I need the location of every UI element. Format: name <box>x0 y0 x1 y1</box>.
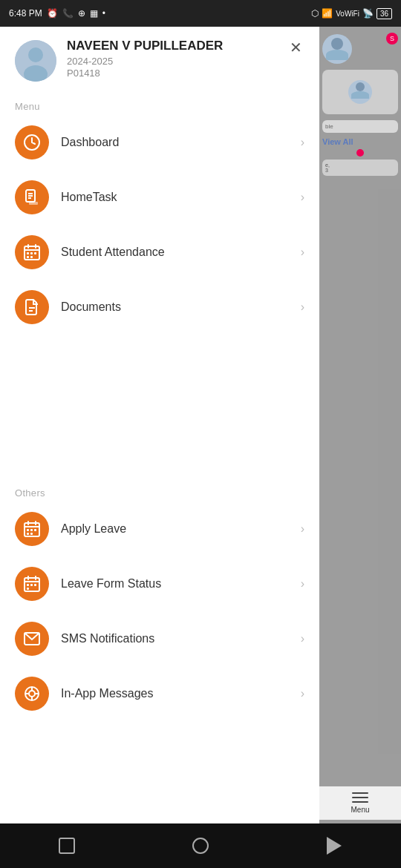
svg-point-39 <box>29 691 35 697</box>
user-year: 2024-2025 <box>67 56 304 67</box>
chat-icon <box>23 685 41 703</box>
hometask-label: HomeTask <box>61 191 298 204</box>
svg-rect-33 <box>27 584 29 586</box>
dashboard-label: Dashboard <box>61 136 298 149</box>
media-icon: ▦ <box>90 8 98 19</box>
bottom-nav <box>0 823 401 868</box>
svg-rect-36 <box>27 588 29 590</box>
wifi-icon: 📡 <box>362 8 374 19</box>
alarm-icon: ⏰ <box>47 8 58 19</box>
documents-icon-circle <box>15 290 49 324</box>
chevron-right-icon: › <box>301 300 304 314</box>
leave-form-icon-circle <box>15 567 49 601</box>
in-app-messages-label: In-App Messages <box>61 687 298 700</box>
chevron-right-icon: › <box>301 522 304 536</box>
bg-menu-label: Menu <box>351 806 369 814</box>
svg-rect-16 <box>27 256 29 258</box>
svg-rect-26 <box>34 529 36 531</box>
triangle-icon <box>327 837 342 855</box>
chevron-right-icon: › <box>301 246 304 259</box>
sms-notifications-label: SMS Notifications <box>61 632 298 645</box>
svg-rect-15 <box>34 252 36 254</box>
chevron-right-icon: › <box>301 687 304 700</box>
svg-rect-5 <box>29 202 38 205</box>
bg-menu-bar: Menu <box>319 786 401 820</box>
circle-icon <box>192 838 209 854</box>
svg-rect-28 <box>30 533 33 535</box>
menu-list: Dashboard › HomeTask › <box>0 115 319 481</box>
chat-icon-circle <box>15 677 49 711</box>
recent-apps-button[interactable] <box>56 835 78 857</box>
user-info: NAVEEN V PUPILLEADER 2024-2025 P01418 <box>67 39 304 79</box>
sms-icon-circle <box>15 622 49 656</box>
svg-rect-14 <box>30 252 33 254</box>
battery-icon: 36 <box>376 8 392 19</box>
svg-rect-25 <box>30 529 33 531</box>
chevron-right-icon: › <box>301 632 304 645</box>
view-all-text: View All <box>322 137 398 146</box>
phone-icon: 📞 <box>62 8 74 19</box>
apply-leave-icon-circle <box>15 512 49 546</box>
bg-avatar-1 <box>322 34 352 64</box>
dashboard-icon-circle <box>15 125 49 160</box>
status-right-icons: ⬡ 📶 VoWiFi 📡 36 <box>311 8 392 19</box>
svg-rect-13 <box>27 252 29 254</box>
bg-card-2: e,3 <box>322 160 398 176</box>
signal-icon: 📶 <box>322 8 333 19</box>
notification-badge: S <box>386 33 398 45</box>
menu-item-in-app-messages[interactable]: In-App Messages › <box>0 666 319 721</box>
chevron-right-icon: › <box>301 577 304 591</box>
background-content: S ble View All e,3 Menu <box>319 27 401 868</box>
attendance-icon-circle <box>15 235 49 269</box>
back-button[interactable] <box>323 835 345 857</box>
menu-item-leave-form-status[interactable]: Leave Form Status › <box>0 556 319 611</box>
others-list: Apply Leave › Leave Form Status › <box>0 502 319 868</box>
doc-icon <box>23 188 41 206</box>
bluetooth-icon: ⬡ <box>311 8 319 19</box>
bg-avatar-2 <box>348 80 372 104</box>
home-button[interactable] <box>189 835 212 857</box>
menu-item-student-attendance[interactable]: Student Attendance › <box>0 225 319 280</box>
user-id: P01418 <box>67 68 304 79</box>
student-attendance-label: Student Attendance <box>61 246 298 259</box>
dot-icon: • <box>102 8 105 19</box>
clock-icon <box>23 134 41 151</box>
bg-dot <box>356 149 364 157</box>
svg-rect-24 <box>27 529 29 531</box>
user-name: NAVEEN V PUPILLEADER <box>67 39 304 53</box>
bg-card-1: ble <box>322 120 398 133</box>
hamburger-icon <box>352 792 368 803</box>
chevron-right-icon: › <box>301 191 304 204</box>
svg-point-1 <box>28 47 43 62</box>
status-time: 6:48 PM <box>9 8 42 19</box>
menu-item-hometask[interactable]: HomeTask › <box>0 170 319 225</box>
menu-item-apply-leave[interactable]: Apply Leave › <box>0 502 319 556</box>
jio-icon: ⊕ <box>78 8 85 19</box>
others-section-label: Others <box>0 481 319 502</box>
side-drawer: NAVEEN V PUPILLEADER 2024-2025 P01418 ✕ … <box>0 0 319 868</box>
avatar <box>15 40 56 82</box>
menu-item-dashboard[interactable]: Dashboard › <box>0 115 319 170</box>
chevron-right-icon: › <box>301 136 304 149</box>
svg-rect-17 <box>30 256 33 258</box>
calendar2-icon <box>23 520 41 538</box>
hometask-icon-circle <box>15 180 49 214</box>
status-bar: 6:48 PM ⏰ 📞 ⊕ ▦ • ⬡ 📶 VoWiFi 📡 36 <box>0 0 401 27</box>
status-left: 6:48 PM ⏰ 📞 ⊕ ▦ • <box>9 8 105 19</box>
leave-form-status-label: Leave Form Status <box>61 577 298 591</box>
svg-rect-27 <box>27 533 29 535</box>
square-icon <box>59 838 75 854</box>
menu-item-sms-notifications[interactable]: SMS Notifications › <box>0 611 319 666</box>
avatar-svg <box>15 40 56 82</box>
menu-section-label: Menu <box>0 95 319 115</box>
menu-item-documents[interactable]: Documents › <box>0 280 319 335</box>
calendar-icon <box>23 243 41 261</box>
svg-rect-35 <box>34 584 36 586</box>
envelope-icon <box>23 630 41 648</box>
svg-rect-34 <box>30 584 33 586</box>
documents-icon <box>23 298 41 316</box>
close-button[interactable]: ✕ <box>285 37 306 58</box>
vowifi-icon: VoWiFi <box>336 10 359 18</box>
apply-leave-label: Apply Leave <box>61 522 298 536</box>
calendar3-icon <box>23 575 41 593</box>
